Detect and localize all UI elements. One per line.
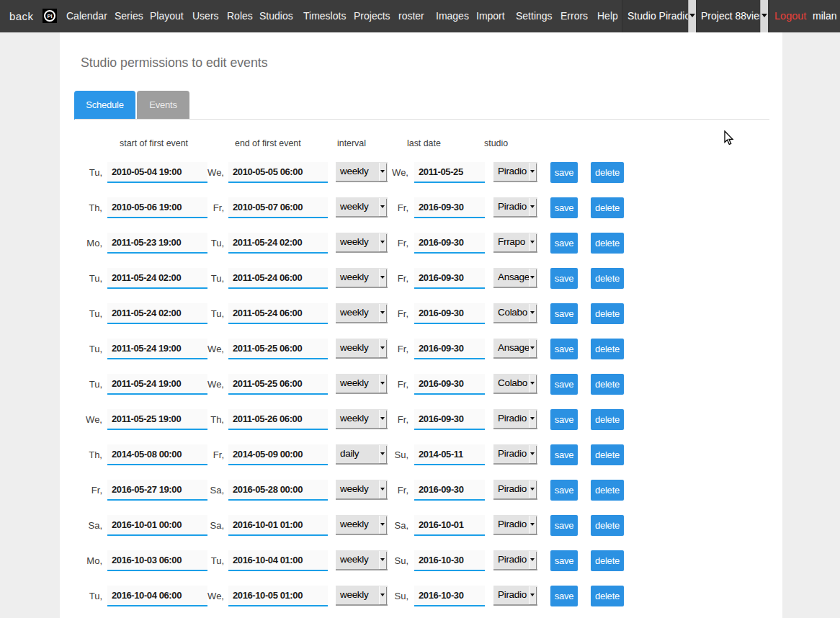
svg-text:PI: PI <box>47 13 52 19</box>
